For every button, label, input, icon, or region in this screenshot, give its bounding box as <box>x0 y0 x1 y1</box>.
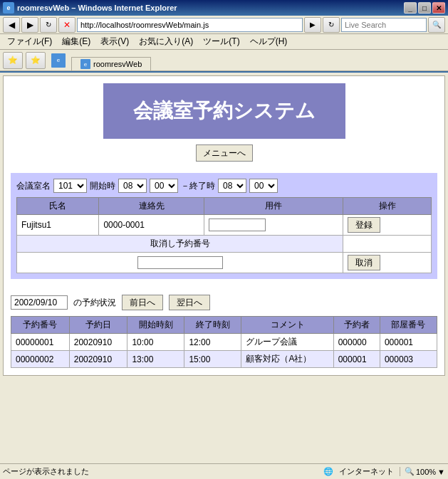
cancel-row: 取消し予約番号 <box>17 236 432 253</box>
resv-cell: 20020910 <box>69 334 127 351</box>
cell-action: 登録 <box>343 215 432 236</box>
resv-cell: 00000001 <box>11 334 70 351</box>
tab-icon: e <box>80 59 90 69</box>
browser-tab[interactable]: e roomresvWeb <box>71 57 151 70</box>
go-button[interactable]: ▶ <box>304 17 321 33</box>
toolbar: ⭐ ⭐ e e roomresvWeb <box>0 50 448 71</box>
cancel-action-cell <box>343 236 432 253</box>
status-bar: ページが表示されました 🌐 インターネット 🔍 100% ▼ <box>0 463 448 479</box>
status-zone: インターネット <box>339 466 394 477</box>
forward-button[interactable]: ▶ <box>21 17 38 33</box>
resv-cell: 000003 <box>380 351 437 368</box>
room-label: 会議室名 <box>16 180 51 192</box>
resv-col-end: 終了時刻 <box>184 317 241 334</box>
end-min-select[interactable]: 00153045 <box>249 179 278 193</box>
resv-cell: グループ会議 <box>241 334 333 351</box>
date-input[interactable] <box>11 295 68 310</box>
resv-table-row: 000000012002091010:0012:00グループ会議00000000… <box>11 334 437 351</box>
resv-cell: 000000 <box>333 334 380 351</box>
app-icon: e <box>3 2 14 14</box>
search-input[interactable] <box>341 18 427 32</box>
menu-file[interactable]: ファイル(F) <box>3 34 56 49</box>
search-go-button[interactable]: 🔍 <box>428 17 445 33</box>
toolbar-home[interactable]: ⭐ <box>3 52 23 69</box>
stop-button[interactable]: ✕ <box>58 17 75 33</box>
resv-col-start: 開始時刻 <box>127 317 184 334</box>
toolbar-favorites[interactable]: ⭐ <box>26 52 46 69</box>
window-title: roomresvWeb – Windows Internet Explorer <box>17 4 177 12</box>
zoom-area: 🔍 100% ▼ <box>400 467 445 476</box>
resv-table-row: 000000022002091013:0015:00顧客対応（A社）000001… <box>11 351 437 368</box>
date-area: の予約状況 前日へ 翌日へ <box>11 295 437 310</box>
menu-favorites[interactable]: お気に入り(A) <box>135 34 197 49</box>
menu-edit[interactable]: 編集(E) <box>58 34 95 49</box>
content-area: 会議室予約システム メニューへ 会議室名 101 102 103 開始時 080… <box>3 75 445 376</box>
end-label: －終了時 <box>181 180 215 192</box>
zoom-icon: 🔍 <box>405 467 415 476</box>
booking-form: 会議室名 101 102 103 開始時 0809101112 13141516… <box>11 173 437 279</box>
close-button[interactable]: ✕ <box>432 2 445 14</box>
cancel-number-input[interactable] <box>137 256 223 269</box>
col-action: 操作 <box>343 198 432 215</box>
refresh2-button[interactable]: ↻ <box>323 17 340 33</box>
menu-tools[interactable]: ツール(T) <box>199 34 244 49</box>
address-bar: ◀ ▶ ↻ ✕ ▶ ↻ 🔍 <box>0 16 448 34</box>
menu-help[interactable]: ヘルプ(H) <box>246 34 292 49</box>
next-day-button[interactable]: 翌日へ <box>169 295 210 310</box>
table-row: Fujitsu1 0000-0001 登録 <box>17 215 432 236</box>
status-label: の予約状況 <box>73 297 116 309</box>
reservations-table: 予約番号 予約日 開始時刻 終了時刻 コメント 予約者 部屋番号 0000000… <box>11 316 437 368</box>
resv-cell: 顧客対応（A社） <box>241 351 333 368</box>
title-bar: e roomresvWeb – Windows Internet Explore… <box>0 0 448 16</box>
back-button[interactable]: ◀ <box>3 17 20 33</box>
cancel-button[interactable]: 取消 <box>348 255 380 270</box>
cancel-input-cell <box>17 253 343 273</box>
register-button[interactable]: 登録 <box>348 217 380 233</box>
resv-cell: 12:00 <box>184 334 241 351</box>
col-purpose: 用件 <box>204 198 343 215</box>
col-contact: 連絡先 <box>99 198 204 215</box>
status-message: ページが表示されました <box>3 466 89 477</box>
tab-label: roomresvWeb <box>93 60 142 68</box>
room-select[interactable]: 101 102 103 <box>53 179 87 193</box>
cancel-btn-cell: 取消 <box>343 253 432 273</box>
page-title: 会議室予約システム <box>133 100 316 122</box>
page-title-box: 会議室予約システム <box>103 83 345 139</box>
minimize-button[interactable]: _ <box>404 2 417 14</box>
maximize-button[interactable]: □ <box>418 2 431 14</box>
end-hour-select[interactable]: 0809101112 1314151617 <box>218 179 246 193</box>
zoom-dropdown-icon[interactable]: ▼ <box>437 468 445 476</box>
start-min-select[interactable]: 00153045 <box>150 179 178 193</box>
menu-button[interactable]: メニューへ <box>196 144 253 162</box>
prev-day-button[interactable]: 前日へ <box>122 295 163 310</box>
status-zone-icon: 🌐 <box>323 467 333 476</box>
resv-cell: 000001 <box>380 334 437 351</box>
cancel-input-row: 取消 <box>17 253 432 273</box>
cancel-label: 取消し予約番号 <box>17 236 343 253</box>
start-hour-select[interactable]: 0809101112 1314151617 <box>118 179 147 193</box>
col-name: 氏名 <box>17 198 99 215</box>
cell-contact: 0000-0001 <box>99 215 204 236</box>
purpose-input[interactable] <box>209 219 266 231</box>
address-input[interactable] <box>77 18 303 32</box>
resv-col-user: 予約者 <box>333 317 380 334</box>
resv-col-room: 部屋番号 <box>380 317 437 334</box>
ie-logo: e <box>51 53 66 68</box>
booking-table: 氏名 連絡先 用件 操作 Fujitsu1 0000-0001 登録 <box>16 197 432 273</box>
resv-cell: 10:00 <box>127 334 184 351</box>
resv-col-id: 予約番号 <box>11 317 70 334</box>
resv-cell: 000001 <box>333 351 380 368</box>
resv-cell: 20020910 <box>69 351 127 368</box>
cell-purpose <box>204 215 343 236</box>
resv-col-date: 予約日 <box>69 317 127 334</box>
menu-bar: ファイル(F) 編集(E) 表示(V) お気に入り(A) ツール(T) ヘルプ(… <box>0 34 448 50</box>
resv-col-comment: コメント <box>241 317 333 334</box>
resv-cell: 13:00 <box>127 351 184 368</box>
menu-view[interactable]: 表示(V) <box>96 34 133 49</box>
start-label: 開始時 <box>90 180 115 192</box>
resv-cell: 15:00 <box>184 351 241 368</box>
zoom-level: 100% <box>416 468 436 476</box>
cell-name: Fujitsu1 <box>17 215 99 236</box>
refresh-button[interactable]: ↻ <box>40 17 57 33</box>
status-right: 🌐 インターネット 🔍 100% ▼ <box>323 466 445 477</box>
